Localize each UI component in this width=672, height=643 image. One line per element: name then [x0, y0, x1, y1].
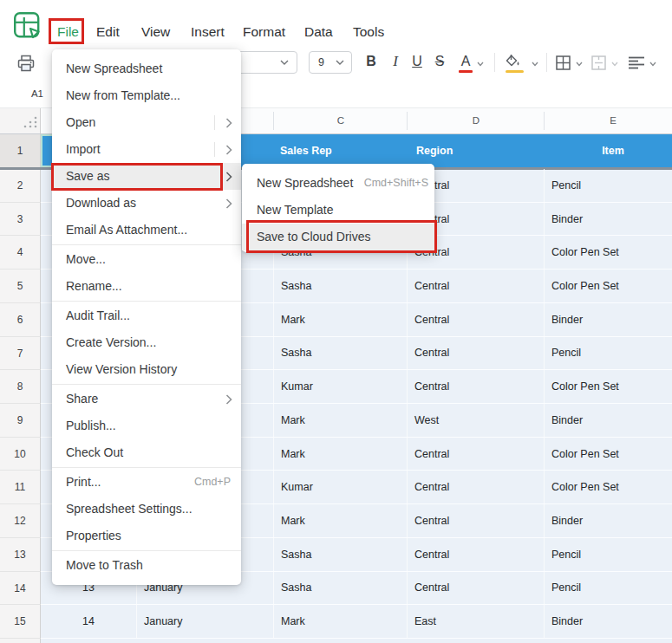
cell-c13[interactable]: Sasha — [274, 538, 408, 571]
file-menu-item-email-as-attachment[interactable]: Email As Attachment... — [52, 217, 241, 244]
select-all-corner[interactable] — [0, 108, 41, 133]
cell-d13[interactable]: Central — [408, 538, 545, 571]
font-color-button[interactable]: A — [456, 50, 475, 73]
file-menu-item-check-out[interactable]: Check Out — [52, 439, 241, 466]
borders-dropdown-icon[interactable] — [575, 62, 584, 67]
cell-b15[interactable]: January — [137, 605, 274, 638]
cell-a15[interactable]: 14 — [41, 605, 137, 638]
row-header-10[interactable]: 10 — [0, 438, 41, 471]
row-header-4[interactable]: 4 — [0, 236, 41, 270]
row-header-13[interactable]: 13 — [0, 538, 41, 572]
fill-color-dropdown-icon[interactable] — [531, 62, 539, 67]
cell-d14[interactable]: Central — [408, 572, 545, 605]
cell-c9[interactable]: Mark — [274, 404, 408, 437]
row-header-16[interactable] — [0, 639, 41, 643]
file-menu-item-move[interactable]: Move... — [52, 246, 241, 273]
align-dropdown-icon[interactable] — [649, 62, 657, 67]
file-menu-item-new-spreadsheet[interactable]: New Spreadsheet — [52, 55, 241, 82]
cell-e6[interactable]: Binder — [545, 303, 672, 336]
cell-e2[interactable]: Pencil — [545, 169, 672, 202]
row-header-2[interactable]: 2 — [0, 169, 41, 203]
print-icon[interactable] — [16, 54, 36, 73]
cell-e14[interactable]: Pencil — [545, 572, 672, 605]
menu-format[interactable]: Format — [243, 24, 285, 40]
cell-c12[interactable]: Mark — [274, 504, 408, 537]
file-menu-item-import[interactable]: Import — [52, 136, 241, 163]
font-color-dropdown-icon[interactable] — [476, 62, 485, 67]
row-header-5[interactable]: 5 — [0, 270, 41, 303]
bold-button[interactable]: B — [362, 50, 381, 73]
row-header-11[interactable]: 11 — [0, 471, 41, 504]
file-menu-item-publish[interactable]: Publish... — [52, 412, 241, 439]
file-menu-item-open[interactable]: Open — [52, 109, 241, 136]
cell-d5[interactable]: Central — [408, 270, 545, 302]
font-size-select[interactable]: 9 — [309, 51, 352, 74]
file-menu-item-save-as[interactable]: Save as — [52, 163, 241, 190]
header-cell-item[interactable]: Item — [545, 134, 672, 167]
italic-button[interactable]: I — [386, 50, 405, 73]
row-header-8[interactable]: 8 — [0, 370, 41, 404]
app-logo-icon[interactable] — [13, 11, 41, 39]
cell-c10[interactable]: Mark — [274, 438, 408, 471]
menu-insert[interactable]: Insert — [191, 24, 225, 40]
header-cell-region[interactable]: Region — [408, 134, 545, 167]
row-header-7[interactable]: 7 — [0, 337, 41, 371]
cell-e7[interactable]: Pencil — [545, 337, 672, 370]
menu-data[interactable]: Data — [304, 24, 333, 40]
submenu-item-new-template[interactable]: New Template — [242, 197, 434, 224]
cell-d11[interactable]: Central — [408, 471, 545, 503]
cell-e4[interactable]: Color Pen Set — [545, 236, 672, 269]
cell-c15[interactable]: Mark — [274, 605, 408, 638]
cell-e11[interactable]: Color Pen Set — [545, 471, 672, 503]
menu-edit[interactable]: Edit — [96, 24, 120, 40]
row-header-3[interactable]: 3 — [0, 203, 41, 237]
cell-e5[interactable]: Color Pen Set — [545, 270, 672, 302]
cell-d10[interactable]: Central — [408, 438, 545, 471]
cell-c11[interactable]: Kumar — [274, 471, 408, 503]
cell-e13[interactable]: Pencil — [545, 538, 672, 571]
cell-d9[interactable]: West — [408, 404, 545, 437]
cell-e3[interactable]: Binder — [545, 203, 672, 236]
column-header-d[interactable]: D — [408, 108, 545, 133]
file-menu-item-print[interactable]: Print...Cmd+P — [52, 469, 241, 496]
merge-cells-dropdown-icon[interactable] — [610, 62, 619, 67]
underline-button[interactable]: U — [408, 50, 427, 73]
file-menu-item-view-version-history[interactable]: View Version History — [52, 356, 241, 383]
header-cell-sales-rep[interactable]: Sales Rep — [274, 134, 408, 167]
menu-tools[interactable]: Tools — [353, 24, 384, 40]
cell-d8[interactable]: Central — [408, 370, 545, 403]
strikethrough-button[interactable]: S — [430, 50, 449, 73]
cell-e15[interactable]: Binder — [545, 605, 672, 638]
file-menu-item-rename[interactable]: Rename... — [52, 273, 241, 300]
cell-e9[interactable]: Binder — [545, 404, 672, 437]
row-header-1[interactable]: 1 — [0, 134, 41, 167]
cell-c8[interactable]: Kumar — [274, 370, 408, 403]
cell-d7[interactable]: Central — [408, 337, 545, 370]
cell-d12[interactable]: Central — [408, 504, 545, 537]
file-menu-item-move-to-trash[interactable]: Move to Trash — [52, 552, 241, 579]
file-menu-item-download-as[interactable]: Download as — [52, 190, 241, 217]
merge-cells-icon[interactable] — [591, 55, 606, 70]
file-menu-item-share[interactable]: Share — [52, 386, 241, 412]
row-header-15[interactable]: 15 — [0, 605, 41, 639]
file-menu-item-audit-trail[interactable]: Audit Trail... — [52, 302, 241, 329]
borders-icon[interactable] — [556, 55, 571, 70]
cell-c7[interactable]: Sasha — [274, 337, 408, 370]
fill-color-icon[interactable] — [505, 54, 524, 68]
row-header-6[interactable]: 6 — [0, 303, 41, 337]
column-header-c[interactable]: C — [274, 108, 408, 133]
file-menu-item-new-from-template[interactable]: New from Template... — [52, 82, 241, 109]
cell-d15[interactable]: East — [408, 605, 545, 638]
cell-e10[interactable]: Color Pen Set — [545, 438, 672, 471]
file-menu-item-create-version[interactable]: Create Version... — [52, 329, 241, 356]
cell-c14[interactable]: Sasha — [274, 572, 408, 605]
row-header-9[interactable]: 9 — [0, 404, 41, 438]
row-header-14[interactable]: 14 — [0, 572, 41, 606]
cell-d6[interactable]: Central — [408, 303, 545, 336]
cell-e12[interactable]: Binder — [545, 504, 672, 537]
row-header-12[interactable]: 12 — [0, 504, 41, 538]
submenu-item-new-spreadsheet[interactable]: New SpreadsheetCmd+Shift+S — [242, 170, 434, 197]
file-menu-item-properties[interactable]: Properties — [52, 523, 241, 549]
horizontal-align-icon[interactable] — [628, 56, 645, 69]
cell-c6[interactable]: Mark — [274, 303, 408, 336]
